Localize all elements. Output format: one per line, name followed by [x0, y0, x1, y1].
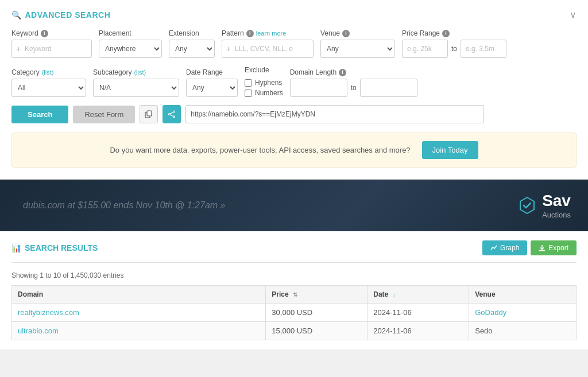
pattern-info-icon[interactable]: i	[246, 30, 254, 37]
col-header-price[interactable]: Price ⇅	[266, 286, 368, 304]
price-sort-icon: ⇅	[293, 292, 297, 298]
advanced-search-section: 🔍 ADVANCED SEARCH ∨ Keyword i + Placemen…	[0, 0, 588, 180]
collapse-icon[interactable]: ∨	[570, 9, 577, 20]
category-group: Category (list) All Business Technology …	[11, 68, 86, 97]
join-today-button[interactable]: Join Today	[422, 141, 478, 159]
extension-select[interactable]: Any .com .net .org	[169, 40, 215, 58]
exclude-label: Exclude	[245, 66, 283, 74]
advanced-search-title: ADVANCED SEARCH	[25, 10, 111, 20]
exclude-numbers-checkbox[interactable]	[245, 90, 252, 97]
keyword-group: Keyword i +	[11, 29, 92, 58]
results-divider	[11, 262, 577, 263]
subcategory-label: Subcategory (list)	[93, 68, 179, 76]
results-table: Domain Price ⇅ Date ↓ Venue	[11, 285, 577, 340]
keyword-info-icon[interactable]: i	[41, 30, 48, 37]
venue-info-icon[interactable]: i	[342, 30, 350, 37]
table-row: ultrabio.com 15,000 USD 2024-11-06 Sedo	[12, 322, 577, 340]
category-list-link[interactable]: (list)	[42, 69, 54, 76]
domain-link-1[interactable]: realtybiznews.com	[18, 308, 79, 317]
domain-length-min-input[interactable]	[290, 79, 347, 97]
results-section: 📊 SEARCH RESULTS Graph Export	[0, 231, 588, 349]
pattern-learn-more[interactable]: learn more	[256, 30, 287, 37]
section-header: 🔍 ADVANCED SEARCH ∨	[11, 9, 577, 20]
price-range-group: Price Range i to	[402, 29, 506, 58]
promo-text: Do you want more data, exports, power-us…	[110, 146, 410, 154]
col-header-domain: Domain	[12, 286, 266, 304]
subcategory-select[interactable]: N/A	[93, 79, 179, 97]
results-count: Showing 1 to 10 of 1,450,030 entries	[11, 271, 577, 279]
venue-label: Venue i	[320, 29, 395, 37]
reset-button[interactable]: Reset Form	[73, 106, 135, 123]
results-title: 📊 SEARCH RESULTS	[11, 243, 98, 252]
subcategory-list-link[interactable]: (list)	[134, 69, 146, 76]
venue-group: Venue i Any GoDaddy Sedo NameJet	[320, 29, 395, 58]
svg-line-6	[171, 115, 174, 116]
sav-brand-name: Sav	[542, 191, 571, 211]
cell-price-2: 15,000 USD	[266, 322, 368, 340]
pattern-input-wrapper: +	[222, 40, 314, 58]
share-url-input[interactable]	[185, 105, 484, 123]
exclude-group: Exclude Hyphens Numbers	[245, 66, 283, 97]
svg-line-5	[171, 112, 174, 114]
exclude-hyphens-label[interactable]: Hyphens	[245, 79, 283, 87]
search-buttons-row: Search Reset Form	[11, 105, 577, 123]
placement-select[interactable]: Anywhere Starts with Ends with Exact	[99, 40, 162, 58]
pattern-group: Pattern i learn more +	[222, 29, 314, 58]
search-button[interactable]: Search	[11, 106, 68, 123]
venue-select[interactable]: Any GoDaddy Sedo NameJet	[320, 40, 395, 58]
date-range-label: Date Range	[186, 68, 238, 76]
venue-link-1[interactable]: GoDaddy	[475, 308, 506, 317]
graph-button[interactable]: Graph	[482, 240, 527, 255]
bar-chart-icon: 📊	[11, 243, 21, 252]
sav-brand-sub: Auctions	[542, 211, 571, 220]
results-actions: Graph Export	[482, 240, 577, 255]
keyword-label: Keyword i	[11, 29, 92, 37]
exclude-numbers-label[interactable]: Numbers	[245, 89, 283, 97]
date-sort-icon: ↓	[393, 292, 396, 298]
page-wrapper: 🔍 ADVANCED SEARCH ∨ Keyword i + Placemen…	[0, 0, 588, 349]
domain-length-inputs: to	[290, 79, 417, 97]
form-row-2: Category (list) All Business Technology …	[11, 66, 577, 97]
placement-label: Placement	[99, 29, 162, 37]
cell-domain-2: ultrabio.com	[12, 322, 266, 340]
cell-date-2: 2024-11-06	[368, 322, 469, 340]
domain-length-label: Domain Length i	[290, 68, 417, 76]
col-header-venue: Venue	[469, 286, 577, 304]
form-row-1: Keyword i + Placement Anywhere Starts wi…	[11, 29, 577, 58]
domain-length-max-input[interactable]	[360, 79, 417, 97]
pattern-plus-icon: +	[226, 44, 231, 53]
category-select[interactable]: All Business Technology Health	[11, 79, 86, 97]
domain-link-2[interactable]: ultrabio.com	[18, 327, 59, 335]
svg-rect-1	[147, 111, 152, 116]
domain-length-info-icon[interactable]: i	[339, 69, 346, 76]
price-min-input[interactable]	[402, 40, 448, 58]
price-range-info-icon[interactable]: i	[442, 30, 450, 37]
col-header-date[interactable]: Date ↓	[368, 286, 469, 304]
auction-promo-text[interactable]: dubis.com at $155.00 ends Nov 10th @ 1:2…	[23, 200, 225, 211]
domain-length-group: Domain Length i to	[290, 68, 417, 97]
pattern-input[interactable]	[222, 40, 314, 58]
price-range-label: Price Range i	[402, 29, 506, 37]
auction-logo: Sav Auctions	[517, 191, 571, 219]
export-button[interactable]: Export	[531, 240, 577, 255]
cell-price-1: 30,000 USD	[266, 304, 368, 322]
cell-venue-2: Sedo	[469, 322, 577, 340]
results-header: 📊 SEARCH RESULTS Graph Export	[11, 240, 577, 255]
table-header-row: Domain Price ⇅ Date ↓ Venue	[12, 286, 577, 304]
keyword-input[interactable]	[11, 40, 92, 58]
auction-banner: dubis.com at $155.00 ends Nov 10th @ 1:2…	[0, 180, 588, 231]
copy-share-button[interactable]	[140, 105, 158, 123]
sav-logo-icon	[517, 195, 537, 216]
category-label: Category (list)	[11, 68, 86, 76]
domain-length-to-label: to	[350, 84, 358, 92]
link-share-button[interactable]	[163, 105, 181, 123]
exclude-hyphens-checkbox[interactable]	[245, 79, 252, 87]
table-row: realtybiznews.com 30,000 USD 2024-11-06 …	[12, 304, 577, 322]
cell-venue-1: GoDaddy	[469, 304, 577, 322]
placement-group: Placement Anywhere Starts with Ends with…	[99, 29, 162, 58]
search-icon: 🔍	[11, 10, 22, 20]
graph-icon	[490, 244, 497, 251]
price-max-input[interactable]	[461, 40, 506, 58]
export-icon	[539, 244, 546, 251]
date-range-select[interactable]: Any Today Last 7 days Last 30 days	[186, 79, 238, 97]
